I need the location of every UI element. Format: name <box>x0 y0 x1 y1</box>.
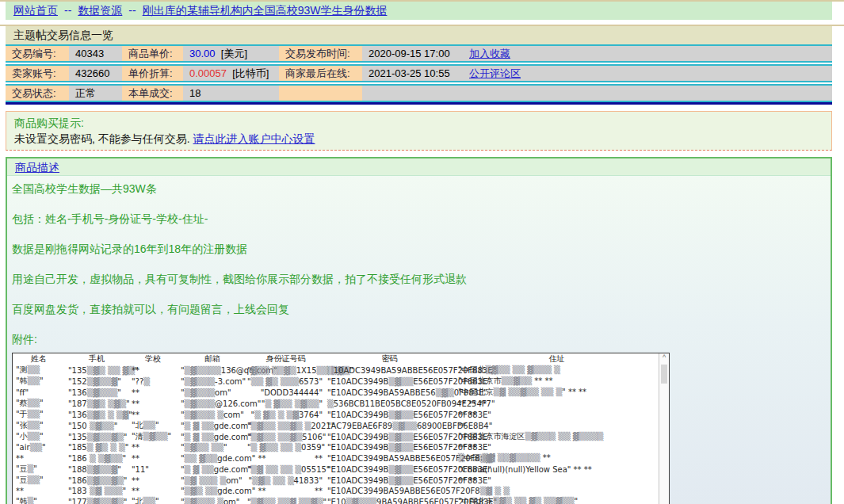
attachment-cell: "??▒ <box>128 376 178 387</box>
censored-pixels: ▒▒▓▒▒▒▒ <box>498 453 540 462</box>
attachment-data-row: "豆▒""188▒▓▒▒▓""11""▒ ▓ ▒▒gde.com""▒▓ ▒▒ … <box>13 464 659 475</box>
attachment-cell: "186 ▒ ▒▓▒▒" <box>65 452 128 464</box>
breadcrumb-link-home[interactable]: 网站首页 <box>13 4 58 17</box>
censored-pixels: ▒ <box>254 410 261 419</box>
scroll-up-arrow-icon: ^ <box>659 353 669 364</box>
empty-value-cell <box>362 86 463 101</box>
attachment-cell: ** <box>128 365 178 376</box>
attachment-column-header: 身份证号码 <box>247 353 324 365</box>
censored-pixels: ▒ <box>495 487 501 495</box>
breadcrumb-link-current-topic[interactable]: 刚出库的某辅导机构内全国高校93W学生身份数据 <box>143 4 388 17</box>
publish-time-value: 2020-09-15 17:00 <box>362 46 463 61</box>
censored-pixels: ▒▒▓▒ <box>299 498 323 504</box>
censored-pixels: ▒ <box>295 443 301 452</box>
attachment-cell: "AC79EBAE6F89▒▓▒▒68900EBFD6E8B4" <box>324 420 455 431</box>
attachment-cell: "清▒▓▒▒" <box>128 431 178 442</box>
attachment-cell: "ff" <box>13 387 65 398</box>
attachment-cell: "韩▒" <box>13 496 65 504</box>
trade-id-value: 40343 <box>69 46 122 61</box>
attachment-header-row: 姓名手机学校邮箱身份证号码密码住址 <box>13 353 659 365</box>
account-center-settings-link[interactable]: 请点此进入账户中心设置 <box>193 132 315 145</box>
censored-pixels: ▓ <box>193 433 200 441</box>
censored-pixels: ▒▒ <box>28 410 40 418</box>
trade-row-2: 卖家账号: 432660 单价折算: 0.00057 [比特币] 商家最后在线:… <box>6 64 832 82</box>
description-header-link[interactable]: 商品描述 <box>15 161 59 174</box>
attachment-cell: "中国北京▒▓▒ ▒▒ ▓▒ ▒▒▓▒▒" <box>455 496 659 504</box>
attachment-cell: "蔡▒▒" <box>13 398 65 409</box>
price-usd-unit: [美元] <box>221 48 247 59</box>
breadcrumb-link-data-resources[interactable]: 数据资源 <box>78 4 122 17</box>
attachment-cell: "▒ ▓▒▒ ▒▒ ▒0359" <box>247 442 324 452</box>
attachment-cell: "▒▓▒▒▒@126.com" <box>178 398 247 409</box>
censored-pixels: ▒▓▒▒▒ <box>87 388 117 397</box>
censored-pixels: ▒▓▒▒▒ <box>185 498 215 504</box>
seller-account-label: 卖家账号: <box>6 66 69 81</box>
attachment-cell: "▓▒▒ ▒▒▓▒1X15▒▒ ▒▓▒" <box>247 365 324 376</box>
censored-pixels: ▒▓▒▒ <box>388 410 413 419</box>
price-converted-value: 0.00057 [比特币] <box>183 66 279 81</box>
trade-row-3: 交易状态: 正常 本单成交: 18 <box>6 84 832 102</box>
censored-pixels: ▒▒▓▒ <box>278 433 303 441</box>
attachment-column-header: 手机 <box>65 353 128 365</box>
attachment-cell: "▒▓ ▒▒▒ ▒om" <box>178 475 247 486</box>
censored-pixels: ▒▓▒▒ <box>251 498 276 504</box>
attachment-cell: "E10ADC3949B▒▓▒▒E56E057F20F883E" <box>324 409 455 420</box>
attachment-cell: "▒▒ ▓▒ ▒▒▒6573" <box>247 376 324 387</box>
attachment-cell: "E10ADC3949BA59ABBE56E057F20F8▒▓ ▒ ▒ <box>324 486 455 496</box>
censored-pixels: ▒▒ <box>143 421 155 430</box>
censored-pixels: ▒▒ <box>201 422 213 430</box>
censored-pixels: ▒▓▒▒ <box>388 377 413 386</box>
censored-pixels: ▒▓▒ <box>87 399 105 408</box>
description-paragraph: 数据是刚拖得网站记录的16年到18年的注册数据 <box>12 242 826 255</box>
public-comments-link[interactable]: 公开评论区 <box>469 67 521 79</box>
description-paragraph: 用途自己开发，虚拟物品，具有可复制性，截图给你展示部分数据，拍了不接受任何形式退… <box>12 273 826 285</box>
censored-pixels: ▒▓▒▒▒ <box>185 410 215 419</box>
censored-pixels: ▒▒ <box>30 443 42 452</box>
censored-pixels: ▒ <box>265 399 271 408</box>
censored-pixels: ▓▒ <box>96 443 108 452</box>
censored-pixels: ▒▒▓▒ <box>278 422 303 430</box>
censored-pixels: ▒ <box>278 410 285 419</box>
censored-pixels: ▓▒▒▒ <box>527 365 552 374</box>
censored-pixels: ▒ <box>217 498 223 504</box>
censored-pixels: ▒▒▓▒▒ <box>502 376 532 385</box>
censored-pixels: ▒▒▓ <box>278 498 296 504</box>
attachment-data-row: "小▒▒""135▒▓▒▒▓▒""清▒▓▒▒""▒ ▓ ▒▒gde.com""▒… <box>13 431 659 442</box>
description-paragraph: 全国高校学生数据—共93W条 <box>12 182 826 195</box>
attachment-cell: ** <box>128 475 178 486</box>
attachment-cell: "▒ ▓ ▒▒gde.com" <box>178 431 247 442</box>
attachment-cell: "豆▒" <box>13 464 65 475</box>
censored-pixels: ▒ <box>458 453 464 462</box>
attachment-cell: ** <box>128 442 178 452</box>
censored-pixels: ▒▓▒▒ <box>90 422 114 430</box>
censored-pixels: ▒▓▒▒▒▒ <box>185 366 221 375</box>
deals-count-value: 18 <box>183 86 279 101</box>
attachment-cell: "150 ▒▓▒▒" <box>65 420 128 431</box>
product-description-box: 商品描述 全国高校学生数据—共93W条 包括：姓名-手机号-身份证号-学校-住址… <box>6 157 832 504</box>
attachment-cell: "▒▓▒▒▒-3.com" <box>178 376 247 387</box>
favorite-cell: 加入收藏 <box>463 46 832 61</box>
hint-warning-text: 未设置交易密码, 不能参与任何交易. <box>14 132 193 145</box>
deals-count-label: 本单成交: <box>122 86 183 101</box>
censored-pixels: ▒▓ <box>90 487 101 495</box>
attachment-cell: "air▒▒" <box>13 442 65 452</box>
attachment-cell: "China(null)(null)Yellow Sea" ** ** <box>455 464 659 475</box>
censored-pixels: ▒ <box>295 465 301 474</box>
trade-id-label: 交易编号: <box>6 46 69 61</box>
attachment-cell: "136▒▓▒ ▒ ▒▓" <box>65 409 128 420</box>
attachment-data-row: "豆▒▒""186▒▓▒▒▓▒"**"▒▓ ▒▒▒ ▒om""▒▓▒ ▒▒ ▒4… <box>13 475 659 486</box>
add-favorite-link[interactable]: 加入收藏 <box>469 48 510 59</box>
attachment-cell: ▒中国:▒▓ ▒▒▓▒▒▒▒ ** <box>455 452 659 464</box>
attachment-cell: "186▒▓▒▒▓▒" <box>65 475 128 486</box>
censored-pixels: ▒▒ <box>28 399 40 407</box>
attachment-cell: "中国北▒▓▒▒ ▒▒ ▓▒▒▒ ▒ <box>455 365 659 376</box>
censored-pixels: ▒▓▒▒ <box>388 433 413 441</box>
censored-pixels: ▒ <box>503 487 510 495</box>
censored-pixels: ▒▓▒▒▒ <box>185 377 215 386</box>
attachment-scrollbar: ^ <box>659 353 669 504</box>
censored-pixels: ▒ <box>143 377 150 386</box>
breadcrumb: 网站首页--数据资源--刚出库的某辅导机构内全国高校93W学生身份数据 <box>6 2 832 20</box>
attachment-data-row: **"183 ▒▓ ▒▒▒"**"▒▓▒ ▒▒gde.com" ****"E10… <box>13 486 659 496</box>
attachment-cell: "DODD344444" <box>247 387 324 398</box>
censored-pixels: ▒▓▒▒▓▒ <box>87 476 124 485</box>
